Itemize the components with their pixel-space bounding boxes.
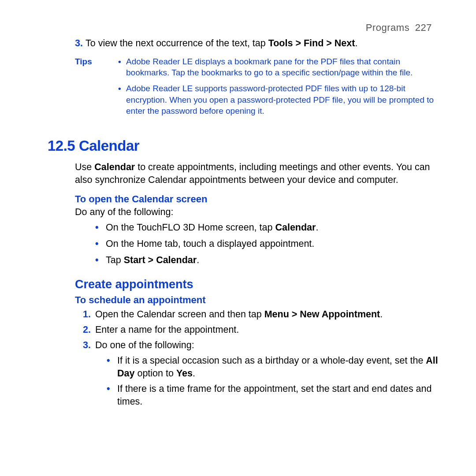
subheading-open-calendar: To open the Calendar screen: [75, 193, 451, 206]
bullet-icon: •: [107, 354, 117, 380]
tips-block: Tips • Adobe Reader LE displays a bookma…: [75, 56, 443, 121]
step-1: 1. Open the Calendar screen and then tap…: [83, 308, 443, 321]
step-number: 1.: [83, 308, 95, 321]
text: Open the Calendar screen and then tap: [95, 309, 264, 320]
manual-page: Programs 227 3. To view the next occurre…: [0, 0, 476, 476]
list-item: • Tap Start > Calendar.: [95, 254, 443, 267]
text: .: [355, 38, 357, 48]
bold-path: Tools > Find > Next: [268, 38, 355, 48]
bold: Menu > New Appointment: [264, 309, 380, 320]
bold: Start > Calendar: [124, 255, 197, 265]
schedule-steps: 1. Open the Calendar screen and then tap…: [83, 308, 443, 352]
list-item: • If there is a time frame for the appoi…: [107, 383, 443, 408]
text: On the TouchFLO 3D Home screen, tap: [106, 222, 275, 233]
text: .: [197, 255, 199, 265]
text: .: [193, 368, 195, 379]
subheading-create-appointments: Create appointments: [75, 276, 451, 292]
bullet-icon: •: [118, 83, 126, 117]
tips-label: Tips: [75, 56, 118, 121]
section-heading-12-5: 12.5 Calendar: [48, 136, 451, 156]
bullet-icon: •: [107, 383, 117, 408]
step-3: 3. Do one of the following:: [83, 339, 443, 352]
tip-text: Adobe Reader LE supports password-protec…: [126, 83, 443, 117]
list-item: • If it is a special occasion such as a …: [107, 354, 443, 380]
bullet-text: On the TouchFLO 3D Home screen, tap Cale…: [106, 221, 443, 234]
bold: Calendar: [275, 222, 316, 233]
tip-text: Adobe Reader LE displays a bookmark pane…: [126, 56, 443, 78]
header-page-number: 227: [415, 22, 432, 33]
open-intro-line: Do any of the following:: [75, 206, 451, 219]
bullet-icon: •: [95, 238, 106, 250]
bold-calendar: Calendar: [94, 162, 135, 172]
step-text: Open the Calendar screen and then tap Me…: [95, 308, 443, 321]
bullet-icon: •: [95, 221, 106, 234]
calendar-intro: Use Calendar to create appointments, inc…: [75, 161, 443, 186]
bullet-text: If there is a time frame for the appoint…: [117, 383, 443, 408]
list-item: • On the Home tab, touch a displayed app…: [95, 238, 443, 250]
tips-list: • Adobe Reader LE displays a bookmark pa…: [118, 56, 443, 121]
tip-item: • Adobe Reader LE displays a bookmark pa…: [118, 56, 443, 78]
header-section: Programs: [366, 22, 409, 33]
bullet-icon: •: [95, 254, 106, 267]
step-number: 2.: [83, 324, 95, 336]
text: To view the next occurrence of the text,…: [86, 38, 268, 48]
bullet-text: Tap Start > Calendar.: [106, 254, 443, 267]
step-2: 2. Enter a name for the appointment.: [83, 324, 443, 336]
step-3-sub-bullets: • If it is a special occasion such as a …: [107, 354, 443, 408]
subheading-schedule-appointment: To schedule an appointment: [75, 294, 451, 307]
open-bullet-list: • On the TouchFLO 3D Home screen, tap Ca…: [95, 221, 443, 267]
text: option to: [134, 368, 176, 379]
step-text: To view the next occurrence of the text,…: [86, 37, 443, 50]
list-item: • On the TouchFLO 3D Home screen, tap Ca…: [95, 221, 443, 234]
continued-step-3: 3. To view the next occurrence of the te…: [75, 37, 443, 50]
bullet-icon: •: [118, 56, 126, 78]
step-number: 3.: [83, 339, 95, 352]
text: .: [380, 309, 383, 320]
bold: Yes: [176, 368, 193, 379]
bullet-text: On the Home tab, touch a displayed appoi…: [106, 238, 443, 250]
step-text: Do one of the following:: [95, 339, 443, 352]
tip-item: • Adobe Reader LE supports password-prot…: [118, 83, 443, 117]
step-number: 3.: [75, 37, 86, 50]
text: Tap: [106, 255, 124, 265]
step-text: Enter a name for the appointment.: [95, 324, 443, 336]
text: If it is a special occasion such as a bi…: [117, 355, 426, 366]
bullet-text: If it is a special occasion such as a bi…: [117, 354, 443, 380]
text: Use: [75, 162, 94, 172]
page-header: Programs 227: [48, 21, 451, 34]
text: .: [316, 222, 318, 233]
